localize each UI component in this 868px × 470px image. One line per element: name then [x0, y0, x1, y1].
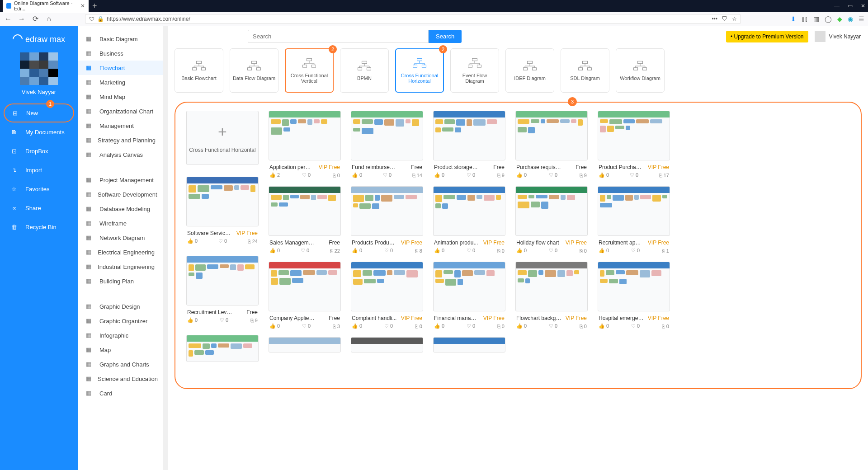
type-workflow-diagram[interactable]: Workflow Diagram	[616, 48, 665, 93]
category-organizational-chart[interactable]: ▦Organizational Chart	[78, 104, 163, 118]
copy-stat[interactable]: ⎘ 9	[497, 172, 505, 178]
forward-icon[interactable]: →	[17, 14, 26, 24]
template-card[interactable]: Sales Management C...Free 👍 0 ♡ 0 ⎘ 22	[269, 186, 341, 254]
heart-stat[interactable]: ♡ 0	[549, 172, 557, 178]
type-data-flow-diagram[interactable]: Data Flow Diagram	[230, 48, 278, 93]
like-stat[interactable]: 👍 0	[434, 172, 444, 178]
heart-stat[interactable]: ♡ 0	[467, 248, 475, 254]
home-icon[interactable]: ⌂	[44, 14, 53, 24]
template-thumb[interactable]	[433, 262, 505, 311]
copy-stat[interactable]: ⎘ 0	[580, 248, 587, 254]
category-management[interactable]: ▦Management	[78, 118, 163, 133]
like-stat[interactable]: 👍 0	[599, 172, 609, 178]
type-cross-functional-horizontal[interactable]: Cross Functional Horizontal2	[395, 48, 444, 93]
category-analysis-canvas[interactable]: ▦Analysis Canvas	[78, 147, 163, 162]
more-icon[interactable]: •••	[712, 16, 717, 22]
like-stat[interactable]: 👍 0	[434, 248, 444, 254]
template-card[interactable]	[269, 337, 341, 352]
download-icon[interactable]: ⬇	[791, 15, 796, 23]
heart-stat[interactable]: ♡ 0	[302, 172, 311, 178]
like-stat[interactable]: 👍 0	[599, 248, 609, 254]
blank-template-card[interactable]: + Cross Functional Horizontal	[186, 111, 259, 165]
like-stat[interactable]: 👍 2	[269, 172, 280, 178]
template-card[interactable]: Hospital emergen...VIP Free 👍 0 ♡ 0 ⎘ 0	[598, 262, 670, 329]
category-science-and-education[interactable]: ▦Science and Education	[78, 371, 163, 386]
sidebar-item-share[interactable]: ∝Share	[0, 198, 78, 217]
app-logo[interactable]: edraw max	[13, 31, 65, 50]
heart-stat[interactable]: ♡ 0	[630, 172, 638, 178]
category-electrical-engineering[interactable]: ▦Electrical Engineering	[78, 245, 163, 259]
template-card[interactable]: Purchase requisition ...Free 👍 0 ♡ 0 ⎘ 9	[515, 111, 588, 178]
category-flowchart[interactable]: ▦Flowchart	[78, 61, 163, 75]
maximize-icon[interactable]: ▭	[848, 3, 853, 9]
template-card[interactable]: Software Service ...VIP Free 👍 0 ♡ 0 ⎘ 2…	[186, 177, 259, 244]
category-project-management[interactable]: ▦Project Management	[78, 173, 163, 187]
category-building-plan[interactable]: ▦Building Plan	[78, 274, 163, 288]
copy-stat[interactable]: ⎘ 3	[333, 323, 340, 329]
heart-stat[interactable]: ♡ 0	[467, 323, 475, 329]
template-card[interactable]	[351, 337, 423, 352]
back-icon[interactable]: ←	[4, 14, 13, 24]
category-network-diagram[interactable]: ▦Network Diagram	[78, 230, 163, 245]
heart-stat[interactable]: ♡ 0	[302, 323, 311, 329]
reader-icon[interactable]: ⛉	[722, 16, 727, 22]
template-card[interactable]: Products Producti...VIP Free 👍 0 ♡ 0 ⎘ 8	[351, 186, 423, 254]
template-card[interactable]	[433, 337, 505, 352]
template-thumb[interactable]	[186, 335, 259, 362]
category-software-development[interactable]: ▦Software Development	[78, 187, 163, 202]
type-sdl-diagram[interactable]: SDL Diagram	[561, 48, 609, 93]
category-graphic-organizer[interactable]: ▦Graphic Organizer	[78, 314, 163, 328]
template-thumb[interactable]	[598, 262, 670, 311]
heart-stat[interactable]: ♡ 0	[384, 323, 393, 329]
template-thumb[interactable]	[433, 111, 505, 160]
template-card[interactable]: Fund reimbursement ...Free 👍 0 ♡ 0 ⎘ 14	[351, 111, 423, 178]
bookmark-icon[interactable]: ☆	[732, 16, 737, 22]
template-card[interactable]: Complaint handli...VIP Free 👍 0 ♡ 0 ⎘ 0	[351, 262, 423, 329]
template-card[interactable]: Flowchart backgr...VIP Free 👍 0 ♡ 0 ⎘ 0	[515, 262, 588, 329]
template-card[interactable]: Recruitment appli...VIP Free 👍 0 ♡ 0 ⎘ 1	[598, 186, 670, 254]
category-database-modeling[interactable]: ▦Database Modeling	[78, 202, 163, 216]
template-thumb[interactable]	[515, 111, 588, 160]
reload-icon[interactable]: ⟳	[31, 14, 40, 24]
copy-stat[interactable]: ⎘ 14	[412, 172, 422, 178]
template-thumb[interactable]	[351, 186, 423, 236]
close-icon[interactable]: ✕	[861, 3, 865, 9]
heart-stat[interactable]: ♡ 0	[218, 238, 227, 244]
category-industrial-engineering[interactable]: ▦Industrial Engineering	[78, 259, 163, 274]
copy-stat[interactable]: ⎘ 1	[662, 248, 669, 254]
search-input[interactable]	[248, 30, 429, 43]
copy-stat[interactable]: ⎘ 9	[580, 172, 587, 178]
template-thumb[interactable]	[186, 256, 259, 306]
like-stat[interactable]: 👍 0	[599, 323, 609, 329]
template-thumb[interactable]	[186, 177, 259, 226]
like-stat[interactable]: 👍 0	[516, 323, 527, 329]
copy-stat[interactable]: ⎘ 8	[415, 248, 422, 254]
ext2-icon[interactable]: ◉	[848, 15, 853, 23]
menu-icon[interactable]: ☰	[859, 15, 864, 23]
template-card[interactable]: Company Applies To ...Free 👍 0 ♡ 0 ⎘ 3	[269, 262, 341, 329]
template-thumb[interactable]	[598, 111, 670, 160]
heart-stat[interactable]: ♡ 0	[549, 323, 557, 329]
category-graphic-design[interactable]: ▦Graphic Design	[78, 299, 163, 314]
template-thumb[interactable]	[269, 262, 341, 311]
copy-stat[interactable]: ⎘ 17	[659, 172, 669, 178]
like-stat[interactable]: 👍 0	[516, 248, 527, 254]
template-thumb[interactable]	[433, 337, 505, 352]
avatar[interactable]	[20, 52, 58, 85]
template-thumb[interactable]	[598, 186, 670, 236]
category-graphs-and-charts[interactable]: ▦Graphs and Charts	[78, 357, 163, 371]
type-event-flow-diagram[interactable]: Event Flow Diagram	[450, 48, 499, 93]
heart-stat[interactable]: ♡ 0	[467, 172, 475, 178]
copy-stat[interactable]: ⎘ 0	[497, 248, 505, 254]
type-cross-functional-vertical[interactable]: Cross Functional Vertical2	[285, 48, 334, 93]
heart-stat[interactable]: ♡ 0	[301, 248, 309, 254]
copy-stat[interactable]: ⎘ 22	[330, 248, 340, 254]
like-stat[interactable]: 👍 0	[187, 317, 198, 323]
template-thumb[interactable]	[269, 337, 341, 352]
template-card[interactable]: Product storage flow ...Free 👍 0 ♡ 0 ⎘ 9	[433, 111, 505, 178]
category-map[interactable]: ▦Map	[78, 343, 163, 357]
category-wireframe[interactable]: ▦Wireframe	[78, 216, 163, 230]
category-strategy-and-planning[interactable]: ▦Strategy and Planning	[78, 133, 163, 147]
template-card[interactable]: Animation produ...VIP Free 👍 0 ♡ 0 ⎘ 0	[433, 186, 505, 254]
sidebar-item-my-documents[interactable]: 🗎My Documents	[0, 122, 78, 141]
